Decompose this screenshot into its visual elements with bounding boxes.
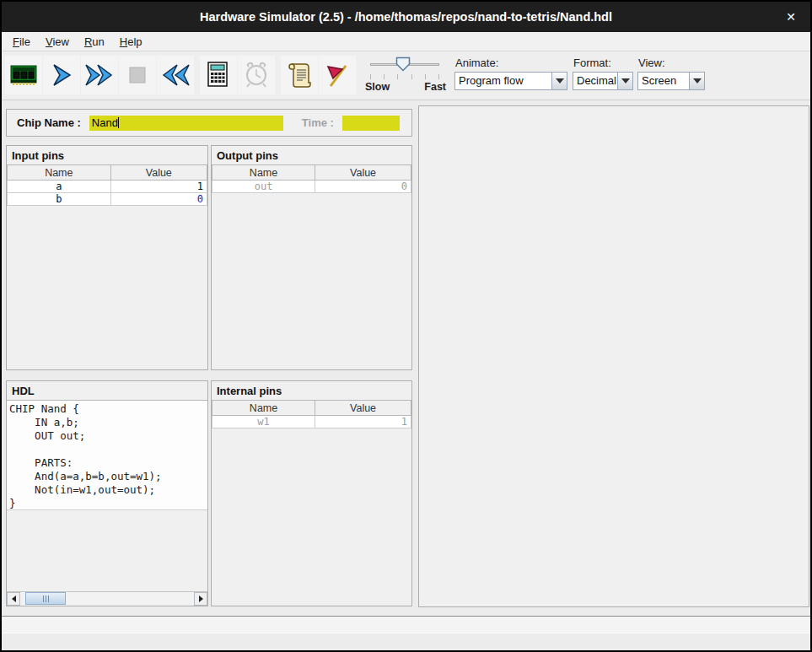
menu-run[interactable]: Run xyxy=(77,34,112,50)
slider-fast-label: Fast xyxy=(424,81,446,93)
chip-icon xyxy=(9,62,38,88)
view-combo-group: View: Screen xyxy=(637,56,705,90)
pin-value[interactable]: 0 xyxy=(315,181,411,193)
internal-pins-table[interactable]: NameValuew11 xyxy=(212,400,411,428)
speed-slider[interactable]: Slow Fast xyxy=(365,56,446,96)
input-pins-title: Input pins xyxy=(7,146,207,164)
animate-combo-group: Animate: Program flow xyxy=(454,56,567,90)
stop-button[interactable] xyxy=(119,56,156,94)
column-header[interactable]: Value xyxy=(315,165,411,181)
toolbar: Slow Fast Animate: Program flow Format: … xyxy=(2,51,810,100)
pin-value[interactable]: 1 xyxy=(315,416,411,428)
hardware-simulator-window: Hardware Simulator (2.5) - /home/thomas/… xyxy=(0,0,812,652)
animate-select[interactable]: Program flow xyxy=(454,72,567,90)
hdl-horizontal-scrollbar[interactable] xyxy=(7,591,207,606)
pin-value[interactable]: 1 xyxy=(110,181,207,193)
chip-name-panel: Chip Name : Nand Time : xyxy=(6,109,412,137)
output-pins-title: Output pins xyxy=(212,146,411,164)
column-header[interactable]: Value xyxy=(110,165,207,181)
view-select[interactable]: Screen xyxy=(637,72,705,90)
format-select[interactable]: Decimal xyxy=(573,72,633,90)
step-forward-icon xyxy=(48,62,75,89)
pin-row[interactable]: a1 xyxy=(8,181,207,193)
text-caret xyxy=(118,117,119,128)
script-scroll-icon xyxy=(286,61,313,89)
internal-pins-title: Internal pins xyxy=(212,381,411,400)
column-header[interactable]: Name xyxy=(212,165,315,181)
screen-view-panel xyxy=(418,105,809,607)
hdl-title: HDL xyxy=(7,381,207,400)
chevron-down-icon[interactable] xyxy=(689,73,704,89)
animate-value: Program flow xyxy=(455,73,551,89)
pin-name[interactable]: a xyxy=(8,181,111,193)
format-label: Format: xyxy=(573,57,633,69)
view-label: View: xyxy=(638,57,705,69)
pin-row[interactable]: b0 xyxy=(8,193,207,206)
scroll-track[interactable] xyxy=(20,592,194,606)
reset-button[interactable] xyxy=(157,56,194,94)
fast-forward-icon xyxy=(83,62,116,89)
pin-value[interactable]: 0 xyxy=(110,193,207,206)
chevron-down-icon[interactable] xyxy=(551,73,567,89)
slider-slow-label: Slow xyxy=(365,81,390,93)
hdl-panel: HDL CHIP Nand { IN a,b; OUT out; PARTS: … xyxy=(6,380,208,606)
title-bar: Hardware Simulator (2.5) - /home/thomas/… xyxy=(2,2,810,32)
pin-name[interactable]: b xyxy=(8,193,111,206)
clock-button[interactable] xyxy=(238,56,275,94)
view-script-button[interactable] xyxy=(281,56,318,94)
input-pins-panel: Input pins NameValuea1b0 xyxy=(6,145,208,370)
animate-label: Animate: xyxy=(455,57,567,69)
menu-view[interactable]: View xyxy=(38,34,77,50)
slider-thumb[interactable] xyxy=(395,57,411,72)
window-title: Hardware Simulator (2.5) - /home/thomas/… xyxy=(200,10,612,24)
output-pins-panel: Output pins NameValueout0 xyxy=(211,145,412,370)
red-flag-icon xyxy=(323,61,352,89)
column-header[interactable]: Name xyxy=(212,401,315,416)
calculator-icon xyxy=(206,61,231,89)
pin-row[interactable]: out0 xyxy=(212,181,411,193)
menu-file[interactable]: File xyxy=(5,34,38,50)
slider-ticks xyxy=(370,74,439,79)
chip-name-label: Chip Name : xyxy=(17,116,81,129)
breakpoints-button[interactable] xyxy=(319,56,356,94)
view-value: Screen xyxy=(638,73,689,89)
column-header[interactable]: Value xyxy=(315,401,411,416)
alarm-clock-icon xyxy=(242,61,271,89)
close-icon[interactable]: ✕ xyxy=(783,9,799,24)
run-button[interactable] xyxy=(81,56,118,94)
input-pins-table[interactable]: NameValuea1b0 xyxy=(7,164,207,206)
pin-name[interactable]: out xyxy=(212,181,315,193)
time-field xyxy=(342,116,400,131)
scroll-thumb[interactable] xyxy=(25,592,66,605)
format-value: Decimal xyxy=(573,73,617,89)
scroll-left-icon[interactable] xyxy=(7,592,20,606)
internal-pins-panel: Internal pins NameValuew11 xyxy=(211,380,412,606)
column-header[interactable]: Name xyxy=(8,165,111,181)
format-combo-group: Format: Decimal xyxy=(573,56,633,90)
pin-row[interactable]: w11 xyxy=(212,416,411,428)
chevron-down-icon[interactable] xyxy=(617,73,632,89)
output-pins-table[interactable]: NameValueout0 xyxy=(212,164,411,193)
stop-icon xyxy=(125,62,150,88)
rewind-icon xyxy=(159,62,192,89)
eval-button[interactable] xyxy=(200,56,237,94)
chip-name-input[interactable]: Nand xyxy=(89,116,283,131)
status-bar xyxy=(2,616,810,633)
single-step-button[interactable] xyxy=(43,56,80,94)
scroll-right-icon[interactable] xyxy=(194,592,207,606)
pin-name[interactable]: w1 xyxy=(212,416,315,428)
time-label: Time : xyxy=(302,116,334,129)
menu-bar: File View Run Help xyxy=(2,32,810,51)
menu-help[interactable]: Help xyxy=(112,34,150,50)
hdl-code-view[interactable]: CHIP Nand { IN a,b; OUT out; PARTS: And(… xyxy=(7,400,207,510)
load-chip-button[interactable] xyxy=(5,56,42,94)
